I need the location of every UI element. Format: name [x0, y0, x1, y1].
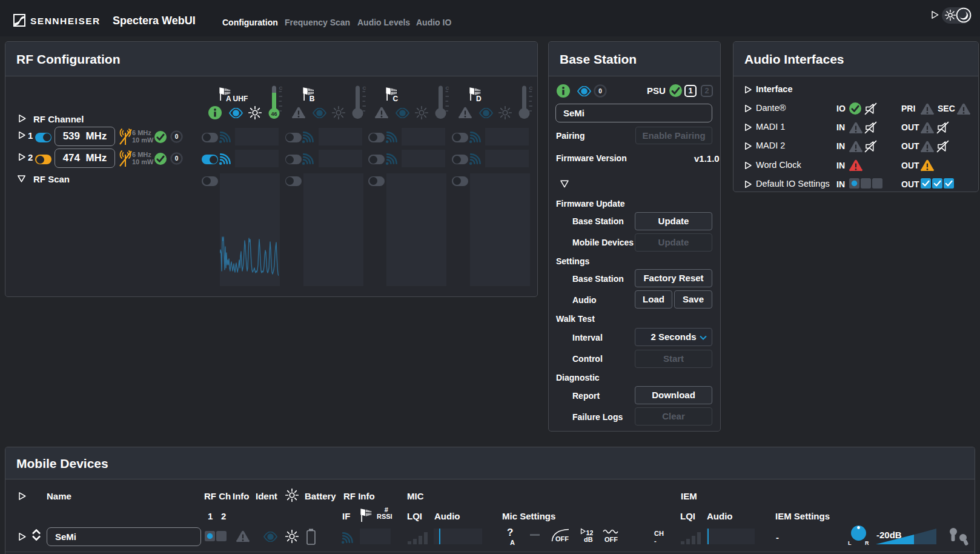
svg-text:OFF: OFF [555, 535, 569, 542]
svg-text:dB: dB [584, 536, 593, 543]
svg-text:46: 46 [271, 111, 277, 117]
svg-text:C: C [529, 85, 533, 91]
svg-text:C: C [279, 85, 283, 91]
svg-text:R: R [865, 540, 869, 546]
svg-text:OFF: OFF [604, 536, 618, 543]
svg-text:0: 0 [175, 155, 179, 162]
svg-text:C: C [362, 85, 366, 91]
svg-text:C: C [446, 85, 449, 91]
svg-text:0: 0 [175, 133, 179, 140]
svg-text:0: 0 [598, 88, 602, 95]
svg-text:L: L [848, 540, 852, 546]
